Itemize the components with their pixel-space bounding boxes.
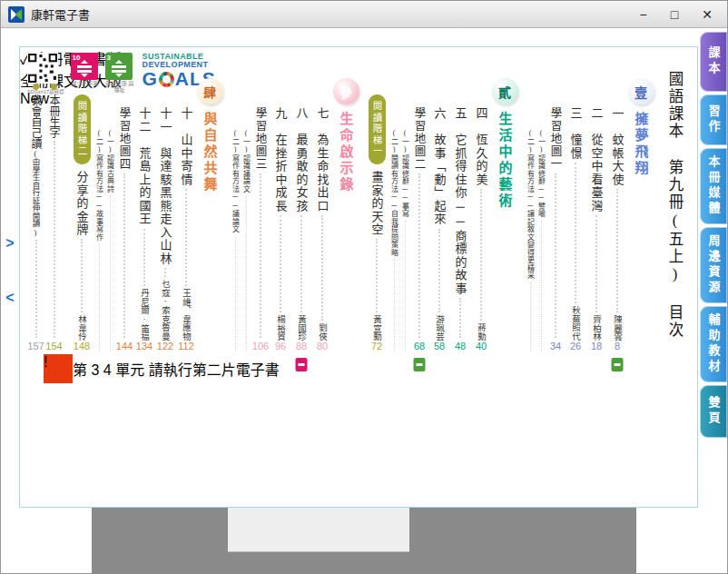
- toc-reading-ladder[interactable]: 閱讀階梯二分享的金牌林韋伶148: [71, 67, 93, 354]
- side-tab-label: 課本: [705, 46, 723, 77]
- app-window: 康軒電子書 − □ ✕ > < 課本習作本冊媒體周邊資源輔助教材雙頁 SDGs×…: [0, 0, 728, 574]
- vertical-text: 七 為生命找出口: [314, 107, 331, 213]
- learning-map-sub: (一)認識修辭──摹寫: [399, 107, 410, 354]
- vertical-text: 乜寇·索克魯曼: [159, 280, 172, 341]
- vertical-text: 游珮芸: [433, 315, 446, 341]
- sdg-goal-number: 3: [107, 54, 111, 62]
- close-button[interactable]: ✕: [702, 8, 713, 21]
- page-number: 154: [45, 341, 62, 354]
- dotted-leader: [480, 189, 482, 321]
- vertical-text: 擁夢飛翔: [632, 112, 651, 177]
- vertical-text: 四 恆久的美: [473, 107, 490, 186]
- toc-lesson[interactable]: 八 最勇敢的女孩黃國珍88: [291, 67, 311, 354]
- vertical-text: 畫家的天空: [369, 171, 386, 237]
- dotted-leader: [438, 229, 440, 312]
- side-tab-peripheral-resources[interactable]: 周邊資源: [700, 227, 727, 303]
- side-tab-label: 輔助教材: [705, 313, 723, 375]
- vertical-text: (二)寫作有方法──讓記敘文變得更精采: [526, 129, 536, 280]
- dotted-leader: [321, 215, 323, 321]
- bullet-icon: [51, 84, 57, 90]
- toc-extra[interactable]: 我會自己讀(由學生自行延伸閱讀)157: [27, 67, 44, 354]
- app-logo-icon: [8, 6, 25, 23]
- toc-lesson[interactable]: 九 在挫折中成長楊裕貿96: [271, 67, 290, 354]
- page-number: 34: [550, 341, 561, 354]
- toc-lesson[interactable]: 十一 與達駭黑熊走入山林乜寇·索克魯曼122: [155, 67, 175, 354]
- vertical-text: 秋蕪照代: [569, 306, 582, 341]
- side-tab-teaching-aids[interactable]: 輔助教材: [700, 306, 727, 382]
- learning-map-sub: (二)閱讀有方法──自我提問策略: [389, 107, 399, 354]
- learning-map-main: 學習地圖四144: [115, 107, 133, 354]
- dotted-leader: [54, 141, 55, 338]
- window-title: 康軒電子書: [31, 5, 90, 23]
- notice-prefix: 第: [73, 362, 87, 378]
- dotted-leader: [260, 173, 261, 338]
- side-tab-book-media[interactable]: 本冊媒體: [700, 148, 727, 224]
- vertical-text: 生活中的藝術: [496, 112, 515, 210]
- learning-map-main: 學習地圖三106: [251, 107, 270, 354]
- maximize-button[interactable]: □: [671, 8, 678, 21]
- vertical-text: 十 山中寄情: [178, 107, 195, 186]
- vertical-text: (一)認識古典詩: [105, 129, 115, 193]
- vertical-text: 蔣勳: [475, 323, 487, 341]
- vertical-text: 一 蚊帳大使: [609, 107, 626, 186]
- toc-learning-map[interactable]: 學習地圖三106(一)認識議論文(二)寫作有方法──議論文: [230, 67, 270, 354]
- dotted-leader: [123, 173, 125, 338]
- bullet-icon: [33, 84, 39, 90]
- toc-lesson[interactable]: 二 從空中看臺灣齊柏林18: [586, 67, 606, 354]
- dotted-leader: [459, 298, 461, 338]
- learning-map-main: 學習地圖二68: [410, 107, 428, 354]
- vertical-text: 劉俠: [316, 323, 329, 341]
- vertical-text: 學習地圖四: [116, 107, 133, 171]
- vertical-text: 丹尼爾·笛福: [138, 289, 151, 341]
- toc-lesson[interactable]: 十二 荒島上的國王丹尼爾·笛福134: [134, 67, 154, 354]
- toc-lesson[interactable]: 十 山中寄情王維、韋應物112: [176, 67, 196, 354]
- unit-numeral-badge: 貳: [492, 78, 518, 104]
- toc-unit-header: 肆與自然共舞: [197, 67, 222, 354]
- toc-learning-map[interactable]: 學習地圖二68(一)認識修辭──摹寫(二)閱讀有方法──自我提問策略: [389, 67, 428, 354]
- vertical-text: 五 它抓得住你──商標的故事: [452, 107, 469, 295]
- dotted-leader: [394, 259, 395, 351]
- learning-map-sub: (二)寫作有方法──讓記敘文變得更精采: [525, 107, 536, 354]
- sdg-goal-number: 10: [73, 54, 81, 62]
- page-number: 144: [116, 341, 133, 354]
- dotted-leader: [35, 240, 37, 339]
- toc-lesson[interactable]: 七 為生命找出口劉俠80: [312, 67, 332, 354]
- vertical-text: 六 故事「動」起來: [431, 107, 448, 226]
- toc-lesson[interactable]: 一 蚊帳大使陳麗雲8: [607, 67, 627, 354]
- toc-unit-header: 壹擁夢飛翔: [628, 67, 654, 354]
- toc-lesson[interactable]: 六 故事「動」起來游珮芸58: [429, 67, 449, 354]
- side-tab-workbook[interactable]: 習作: [700, 94, 727, 145]
- page-number: 134: [136, 341, 152, 354]
- dotted-leader: [246, 195, 247, 351]
- toc-learning-map[interactable]: 學習地圖一34(一)認識修辭──譬喻(二)寫作有方法──讓記敘文變得更精采: [525, 67, 565, 354]
- dotted-leader: [555, 173, 556, 338]
- page-number: 58: [434, 341, 445, 354]
- learning-map-sub: (一)認識議論文: [241, 107, 251, 354]
- toc-extra[interactable]: 本冊生字154: [45, 67, 63, 354]
- toc-unit-header: 參生命啟示錄: [333, 67, 359, 354]
- learning-map-sub: (二)寫作有方法──故事寫作: [93, 107, 104, 354]
- side-tab-coursebook[interactable]: 課本: [700, 32, 727, 92]
- side-tab-dual-page[interactable]: 雙頁: [700, 385, 727, 438]
- page-number: 68: [414, 341, 425, 354]
- sdg-badge: [612, 358, 624, 371]
- toc-learning-map[interactable]: 學習地圖四144(一)認識古典詩(二)寫作有方法──故事寫作: [93, 67, 133, 354]
- extra-title: 我會自己讀(由學生自行延伸閱讀): [28, 94, 44, 237]
- page-back-chevron[interactable]: <: [4, 290, 16, 306]
- toc-lesson[interactable]: 五 它抓得住你──商標的故事48: [450, 67, 470, 354]
- vertical-text: 學習地圖三: [252, 107, 270, 171]
- toc-lesson[interactable]: 四 恆久的美蔣勳40: [471, 67, 491, 354]
- page-number: 18: [591, 341, 602, 354]
- unit-3-badge: 3: [91, 362, 99, 378]
- toc-reading-ladder[interactable]: 閱讀階梯一畫家的天空黃宣勳72: [366, 67, 388, 354]
- unit-numeral-badge: 參: [333, 78, 359, 104]
- dotted-leader: [418, 173, 420, 338]
- minimize-button[interactable]: −: [640, 8, 647, 21]
- vertical-text: 王維、韋應物: [180, 289, 192, 341]
- toc-lesson[interactable]: 三 憧憬秋蕪照代26: [566, 67, 585, 354]
- table-of-contents: 國語課本 第九冊(五上) 目次壹擁夢飛翔一 蚊帳大使陳麗雲8二 從空中看臺灣齊柏…: [27, 67, 694, 354]
- dotted-leader: [300, 215, 302, 312]
- page-forward-chevron[interactable]: >: [4, 235, 16, 252]
- side-tab-label: 雙頁: [705, 396, 723, 427]
- page-number: 157: [27, 341, 44, 354]
